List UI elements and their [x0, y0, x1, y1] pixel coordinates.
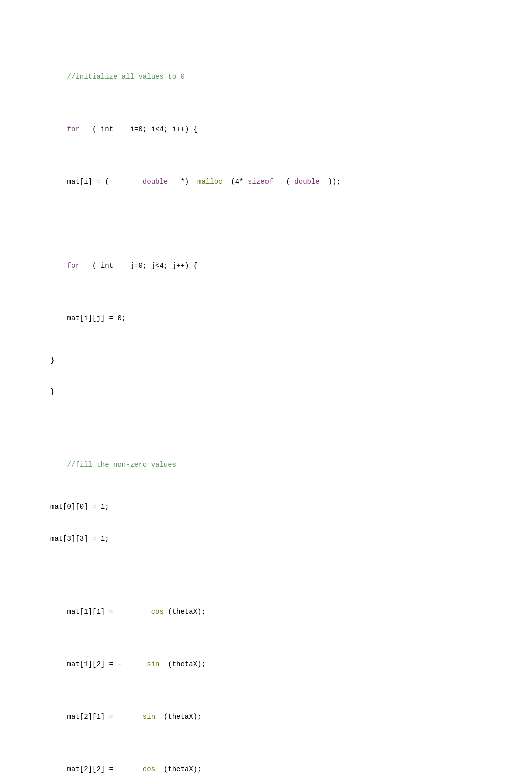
comment-init: //initialize all values to 0	[50, 61, 502, 93]
mat-21: mat[2][1] = sin (thetaX);	[50, 701, 502, 733]
comment-fill: //fill the non-zero values	[50, 449, 502, 481]
mat-ij-zero: mat[i][j] = 0;	[50, 303, 502, 334]
code-display: //initialize all values to 0 for ( int i…	[50, 40, 502, 782]
for-loop-1: for ( int i=0; i<4; i++) {	[50, 114, 502, 145]
close-brace-1: }	[50, 355, 502, 366]
mat-12: mat[1][2] = - sin (thetaX);	[50, 649, 502, 680]
mat-i-alloc: mat[i] = ( double *) malloc (4* sizeof (…	[50, 166, 502, 198]
close-brace-2: }	[50, 387, 502, 397]
for-loop-2: for ( int j=0; j<4; j++) {	[50, 250, 502, 282]
mat-22: mat[2][2] = cos (thetaX);	[50, 754, 502, 782]
mat-00: mat[0][0] = 1;	[50, 502, 502, 512]
mat-33: mat[3][3] = 1;	[50, 534, 502, 544]
mat-11: mat[1][1] = cos (thetaX);	[50, 596, 502, 628]
